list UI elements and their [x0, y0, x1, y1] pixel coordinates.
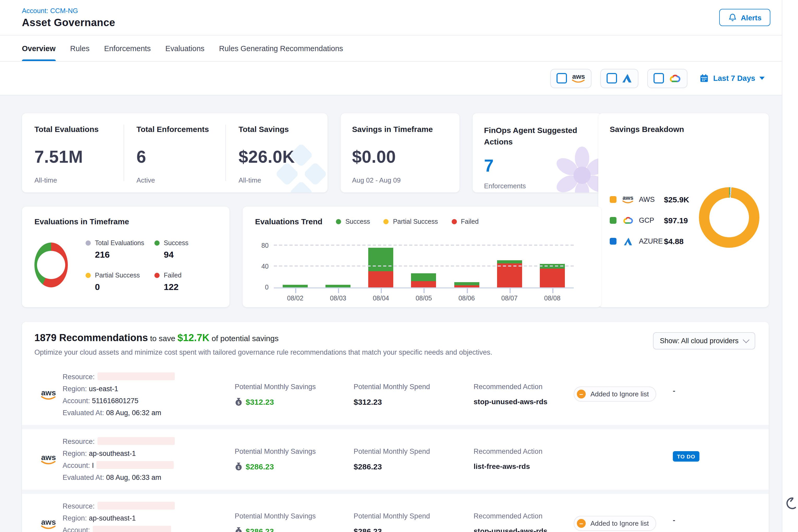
- provider-savings: $97.19: [664, 216, 688, 225]
- y-tick-label: 40: [261, 263, 269, 270]
- resource-details: Resource: Region: us-east-1 Account: 511…: [62, 371, 235, 419]
- stat-caption: All-time: [239, 176, 315, 184]
- stat-caption: Active: [136, 176, 213, 184]
- status-cell: –Added to Ignore list -: [574, 371, 769, 419]
- savings-breakdown-title: Savings Breakdown: [610, 125, 757, 134]
- provider-filter-azure[interactable]: [601, 69, 639, 88]
- savings-value: $312.23: [246, 397, 274, 406]
- provider-cell: aws: [41, 436, 62, 483]
- stat-label: Total Enforcements: [136, 125, 213, 134]
- evaluations-timeframe-title: Evaluations in Timeframe: [34, 217, 217, 226]
- tab-enforcements[interactable]: Enforcements: [104, 36, 151, 61]
- partial-success-dot: [86, 273, 91, 278]
- status-cell: –Added to Ignore list -: [574, 500, 769, 532]
- resource-details: Resource: Region: ap-southeast-1 Account…: [62, 500, 235, 532]
- money-bag-icon: $: [235, 527, 243, 532]
- failed-dot: [154, 273, 159, 278]
- stat-value: $0.00: [352, 147, 448, 167]
- stat-label: Total Savings: [239, 125, 315, 134]
- chevron-down-icon: [743, 337, 749, 343]
- recommendations-card: 1879 Recommendations to save $12.7K of p…: [22, 322, 769, 532]
- potential-monthly-savings-cell: Potential Monthly Savings $$286.23: [235, 500, 354, 532]
- evaluated-at-value: 08 Aug, 06:32 am: [106, 409, 162, 417]
- stat-label: FinOps Agent Suggested Actions: [484, 125, 578, 147]
- failed-segment: [497, 263, 522, 287]
- redacted-account-value: [96, 461, 174, 469]
- gcp-checkbox[interactable]: [654, 73, 664, 83]
- x-tick: [467, 288, 468, 293]
- scrollbar-track[interactable]: [782, 0, 798, 532]
- chevron-down-icon: [759, 77, 765, 80]
- added-to-ignore-list-chip[interactable]: –Added to Ignore list: [574, 386, 656, 402]
- trend-bar-column: 08/04: [360, 242, 402, 287]
- stat-value: 7: [484, 156, 590, 175]
- recommendation-row[interactable]: aws Resource: Region: ap-southeast-1 Acc…: [22, 494, 769, 532]
- x-tick: [295, 288, 296, 293]
- floating-widget-icon[interactable]: [783, 496, 797, 510]
- x-tick: [510, 288, 511, 293]
- evaluations-legend: Total Evaluations 216 Success 94 Partial…: [86, 240, 217, 292]
- x-tick-label: 08/02: [287, 295, 304, 302]
- provider-filter-aws[interactable]: aws: [551, 69, 592, 88]
- gcp-logo-icon: [669, 73, 681, 83]
- tab-overview[interactable]: Overview: [22, 36, 56, 61]
- page-header: Account: CCM-NG Asset Governance Alerts: [0, 0, 798, 36]
- spend-value: $312.23: [354, 397, 474, 406]
- cloud-provider-filter-select[interactable]: Show: All cloud providers: [653, 332, 755, 349]
- account-value: I: [92, 461, 94, 470]
- region-value: ap-southeast-1: [89, 514, 136, 522]
- potential-monthly-savings-cell: Potential Monthly Savings $$312.23: [235, 371, 354, 419]
- aws-checkbox[interactable]: [557, 73, 567, 83]
- provider-savings: $4.88: [664, 237, 684, 246]
- aws-color-chip: [610, 196, 616, 203]
- aws-logo-icon: aws: [41, 389, 56, 401]
- action-value: stop-unused-aws-rds: [474, 527, 574, 532]
- x-tick: [381, 288, 382, 293]
- potential-monthly-savings-cell: Potential Monthly Savings $$286.23: [235, 436, 354, 483]
- recommendations-count: 1879 Recommendations: [34, 332, 148, 343]
- money-bag-icon: $: [235, 398, 243, 406]
- potential-savings-amount: $12.7K: [177, 332, 210, 343]
- account-breadcrumb[interactable]: Account: CCM-NG: [22, 6, 115, 14]
- money-bag-icon: $: [235, 462, 243, 471]
- tab-bar: Overview Rules Enforcements Evaluations …: [0, 36, 798, 61]
- provider-filter-gcp[interactable]: [648, 69, 688, 88]
- y-tick-label: 80: [261, 242, 269, 249]
- stat-value: 7.51M: [34, 147, 111, 167]
- recommended-action-cell: Recommended Action stop-unused-aws-rds: [474, 371, 574, 419]
- alerts-button[interactable]: Alerts: [720, 9, 771, 26]
- svg-text:$: $: [238, 401, 240, 405]
- date-range-picker[interactable]: Last 7 Days: [700, 74, 765, 83]
- status-cell: TO DO: [574, 436, 769, 483]
- empty-value-dash: -: [673, 386, 675, 395]
- tab-rules-generating-recommendations[interactable]: Rules Generating Recommendations: [219, 36, 343, 61]
- azure-checkbox[interactable]: [607, 73, 617, 83]
- provider-savings: $25.9K: [664, 195, 689, 204]
- recommendation-row[interactable]: aws Resource: Region: ap-southeast-1 Acc…: [22, 429, 769, 490]
- azure-logo-icon: [621, 237, 635, 245]
- trend-bar-column: 08/08: [531, 242, 574, 287]
- action-value: stop-unused-aws-rds: [474, 397, 574, 406]
- gridline: [274, 265, 574, 267]
- account-value: 511616801275: [92, 397, 138, 405]
- potential-monthly-spend-cell: Potential Monthly Spend $286.23: [354, 500, 474, 532]
- resource-details: Resource: Region: ap-southeast-1 Account…: [62, 436, 235, 483]
- savings-in-timeframe-card: Savings in Timeframe $0.00 Aug 02 - Aug …: [341, 113, 459, 192]
- savings-breakdown-donut-chart: [699, 187, 759, 248]
- trend-legend-partial-success: Partial Success: [384, 218, 438, 225]
- success-segment: [325, 285, 350, 287]
- recommendation-row[interactable]: aws Resource: Region: us-east-1 Account:…: [22, 365, 769, 425]
- partial-success-count: 0: [95, 282, 154, 292]
- minus-icon: –: [577, 519, 586, 528]
- gcp-color-chip: [610, 217, 616, 224]
- partial-success-dot: [384, 219, 389, 224]
- stacked-bar: [325, 285, 350, 287]
- svg-text:$: $: [238, 530, 240, 532]
- todo-badge[interactable]: TO DO: [673, 451, 699, 461]
- tab-rules[interactable]: Rules: [70, 36, 90, 61]
- added-to-ignore-list-chip[interactable]: –Added to Ignore list: [574, 516, 656, 531]
- success-dot: [336, 219, 341, 224]
- legend-failed: Failed 122: [154, 272, 217, 292]
- y-axis-labels: 04080: [255, 242, 274, 287]
- tab-evaluations[interactable]: Evaluations: [165, 36, 205, 61]
